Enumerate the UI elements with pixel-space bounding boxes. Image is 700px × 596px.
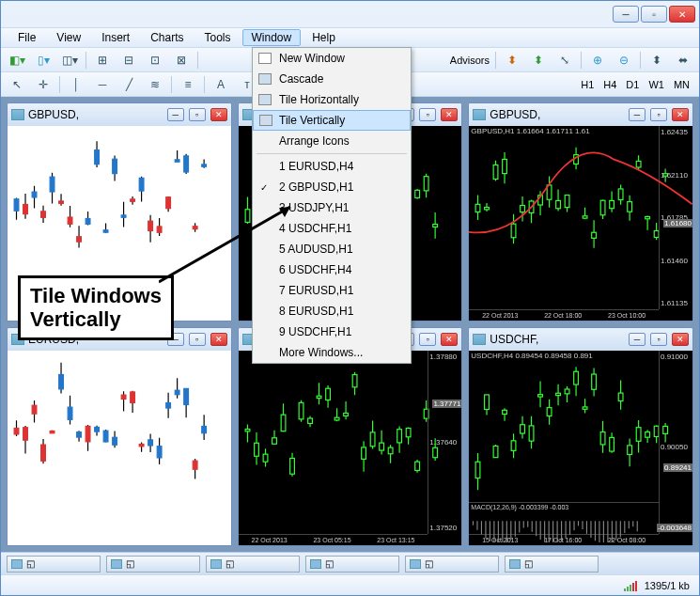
chart-canvas[interactable]: GBPUSD,H1 1.61664 1.61711 1.611.624351.6… — [469, 126, 692, 321]
chart-close-button[interactable]: ✕ — [210, 333, 227, 346]
menu-charts[interactable]: Charts — [141, 29, 193, 46]
terminal-icon[interactable]: ⊡ — [145, 51, 165, 70]
profiles-icon[interactable]: ◫▾ — [59, 51, 80, 70]
channel-icon[interactable]: ≋ — [145, 75, 165, 94]
chart-close-button[interactable]: ✕ — [672, 108, 689, 121]
open-icon[interactable]: ▯▾ — [33, 51, 54, 70]
chart-minimize-button[interactable]: ─ — [629, 333, 646, 346]
titlebar: ─ ▫ ✕ — [1, 1, 699, 27]
chart-maximize-button[interactable]: ▫ — [650, 333, 667, 346]
text-icon[interactable]: A — [210, 75, 231, 94]
window-tab-2[interactable]: ◱ — [206, 556, 300, 572]
svg-rect-139 — [32, 405, 37, 414]
svg-rect-89 — [432, 225, 437, 227]
price-marker: 1.37771 — [432, 400, 461, 408]
chart-type2-icon[interactable]: ⬌ — [673, 51, 693, 70]
cursor-icon[interactable]: ↖ — [7, 75, 27, 94]
chart-type-icon[interactable]: ⬍ — [646, 51, 667, 70]
timeframe-d1[interactable]: D1 — [622, 77, 643, 92]
window-tab-5[interactable]: ◱ — [505, 556, 599, 572]
menu-item-arrange-icons[interactable]: Arrange Icons — [253, 131, 411, 151]
menu-item-more-windows[interactable]: More Windows... — [253, 342, 411, 363]
tester-icon[interactable]: ⊠ — [171, 51, 192, 70]
chart-close-button[interactable]: ✕ — [672, 333, 689, 346]
svg-rect-19 — [86, 219, 90, 225]
svg-rect-21 — [95, 150, 100, 165]
minimize-button[interactable]: ─ — [613, 6, 639, 23]
advisors-label[interactable]: Advisors — [450, 55, 490, 66]
svg-rect-217 — [414, 462, 419, 470]
chart-window-2: GBPUSD, ─ ▫ ✕GBPUSD,H1 1.61664 1.61711 1… — [468, 102, 693, 322]
nav-icon[interactable]: ⊟ — [118, 51, 139, 70]
chart-icon — [473, 109, 486, 120]
svg-rect-251 — [601, 432, 606, 445]
fibo-icon[interactable]: ≡ — [178, 75, 198, 94]
menu-file[interactable]: File — [8, 29, 45, 46]
chart-maximize-button[interactable]: ▫ — [419, 108, 436, 121]
menu-item-new-window[interactable]: New Window — [253, 48, 411, 69]
indicator2-icon[interactable]: ⬍ — [528, 51, 549, 70]
timeframe-h1[interactable]: H1 — [577, 77, 598, 92]
menu-item-tile-horizontally[interactable]: Tile Horizontally — [253, 89, 411, 110]
svg-rect-15 — [68, 217, 72, 224]
window-tab-3[interactable]: ◱ — [305, 556, 399, 572]
chart-maximize-button[interactable]: ▫ — [189, 108, 206, 121]
chart-canvas[interactable]: USDCHF,H4 0.89454 0.89458 0.8910.910000.… — [469, 351, 692, 545]
window-item-0[interactable]: 1 EURUSD,H4 — [253, 156, 411, 177]
timeframe-h4[interactable]: H4 — [599, 77, 620, 92]
svg-rect-173 — [184, 388, 189, 404]
chart-minimize-button[interactable]: ─ — [167, 108, 184, 121]
indicator-icon[interactable]: ⬍ — [502, 51, 522, 70]
svg-rect-199 — [334, 417, 339, 420]
svg-rect-243 — [566, 389, 570, 394]
menu-tools[interactable]: Tools — [195, 29, 241, 46]
vline-icon[interactable]: │ — [66, 75, 86, 94]
chart-titlebar[interactable]: GBPUSD, ─ ▫ ✕ — [469, 103, 692, 126]
maximize-button[interactable]: ▫ — [641, 6, 667, 23]
svg-rect-257 — [628, 446, 632, 455]
window-tab-4[interactable]: ◱ — [405, 556, 499, 572]
timeframe-mn[interactable]: MN — [670, 77, 693, 92]
chart-canvas[interactable]: 1.378801.376401.375201.3777122 Oct 20132… — [239, 351, 462, 545]
menu-item-cascade[interactable]: Cascade — [253, 69, 411, 89]
chart-window-5: USDCHF, ─ ▫ ✕USDCHF,H4 0.89454 0.89458 0… — [468, 327, 693, 546]
chart-minimize-button[interactable]: ─ — [629, 108, 646, 121]
chart-maximize-button[interactable]: ▫ — [650, 108, 667, 121]
menu-item-tile-vertically[interactable]: Tile Vertically — [253, 110, 411, 131]
close-button[interactable]: ✕ — [669, 6, 695, 23]
chart-titlebar[interactable]: USDCHF, ─ ▫ ✕ — [469, 328, 692, 351]
window-item-1[interactable]: ✓2 GBPUSD,H1 — [253, 177, 411, 197]
chart-close-button[interactable]: ✕ — [441, 333, 458, 346]
chart-close-button[interactable]: ✕ — [210, 108, 227, 121]
tab-restore-icon: ◱ — [425, 558, 433, 569]
trendline-icon[interactable]: ╱ — [118, 75, 139, 94]
chart-titlebar[interactable]: GBPUSD, ─ ▫ ✕ — [8, 103, 231, 126]
period-icon[interactable]: ⤡ — [554, 51, 575, 70]
svg-rect-215 — [406, 428, 411, 436]
window-tab-0[interactable]: ◱ — [7, 556, 101, 572]
menu-insert[interactable]: Insert — [92, 29, 139, 46]
svg-rect-31 — [139, 178, 144, 191]
tab-icon — [111, 559, 122, 569]
zoom-out-icon[interactable]: ⊖ — [614, 51, 634, 70]
svg-rect-167 — [157, 447, 162, 458]
market-icon[interactable]: ⊞ — [92, 51, 113, 70]
timeframe-w1[interactable]: W1 — [645, 77, 668, 92]
chart-canvas[interactable] — [8, 351, 231, 545]
menu-window[interactable]: Window — [242, 29, 302, 46]
zoom-in-icon[interactable]: ⊕ — [587, 51, 608, 70]
menu-view[interactable]: View — [47, 29, 90, 46]
chart-close-button[interactable]: ✕ — [441, 108, 458, 121]
window-tab-1[interactable]: ◱ — [106, 556, 200, 572]
svg-rect-211 — [388, 447, 393, 454]
crosshair-icon[interactable]: ✛ — [33, 75, 54, 94]
chart-maximize-button[interactable]: ▫ — [189, 333, 206, 346]
chart-maximize-button[interactable]: ▫ — [419, 333, 436, 346]
menu-help[interactable]: Help — [303, 29, 345, 46]
new-icon[interactable]: ◧▾ — [7, 51, 27, 70]
hline-icon[interactable]: ─ — [92, 75, 113, 94]
window-item-8[interactable]: 9 USDCHF,H1 — [253, 322, 411, 342]
window-item-7[interactable]: 8 EURUSD,H1 — [253, 301, 411, 322]
chart-window-3: EURUSD, ─ ▫ ✕ — [7, 327, 232, 546]
tab-icon — [210, 559, 222, 569]
